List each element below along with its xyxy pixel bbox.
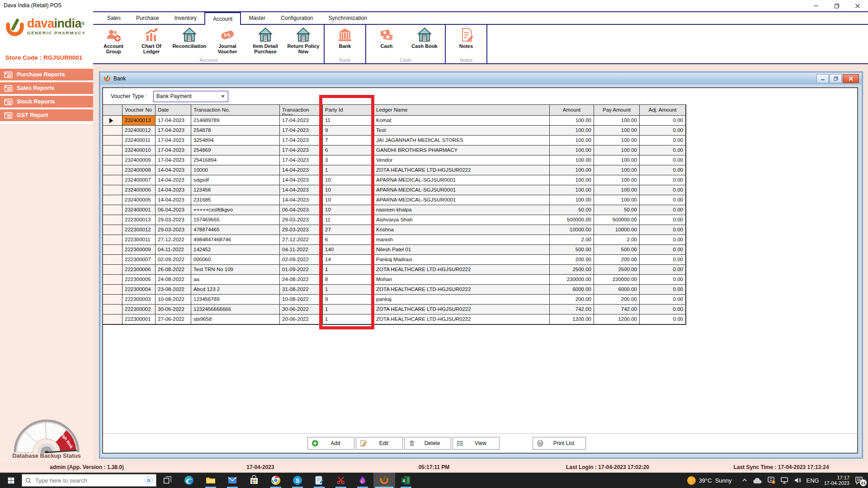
- cell-pay-amount[interactable]: 100.00: [594, 116, 640, 126]
- cell-transaction-date[interactable]: 06-04-2023: [280, 205, 323, 215]
- cell-date[interactable]: 14-04-2023: [156, 165, 191, 175]
- cell-ledger-name[interactable]: APARNA MEDICAL-SGJSUR0001: [374, 185, 550, 195]
- table-row[interactable]: 23240000614-04-202312345614-04-202310APA…: [103, 185, 686, 195]
- bank-minimize-icon[interactable]: [816, 74, 829, 83]
- table-row[interactable]: 22230000524-08-2022aa24-08-20228Mohan230…: [103, 275, 686, 285]
- cell-adj-amount[interactable]: 0.00: [640, 195, 686, 205]
- cell-pay-amount[interactable]: 100.00: [594, 165, 640, 175]
- cell-transaction-no[interactable]: 10000: [191, 165, 280, 175]
- cell-pay-amount[interactable]: 10000.00: [594, 225, 640, 235]
- cell-amount[interactable]: 742.00: [550, 305, 594, 314]
- cell-amount[interactable]: 100.00: [550, 145, 594, 155]
- cell-transaction-date[interactable]: 29-03-2023: [280, 225, 323, 235]
- table-row[interactable]: 23240001017-04-202325486917-04-20236GAND…: [103, 145, 686, 155]
- cell-voucher-no[interactable]: 222300002: [123, 305, 156, 314]
- cell-transaction-no[interactable]: 3254894: [191, 136, 280, 145]
- cell-party-id[interactable]: 1: [323, 165, 374, 175]
- cell-pay-amount[interactable]: 2500.00: [594, 265, 640, 275]
- cell-date[interactable]: 04-11-2022: [156, 245, 191, 255]
- cell-transaction-no[interactable]: 478874465: [191, 225, 280, 235]
- cell-ledger-name[interactable]: ZOTA HEALTHCARE LTD-HGJSUR0222: [374, 265, 550, 275]
- cell-party-id[interactable]: 11: [323, 215, 374, 225]
- start-button[interactable]: [0, 473, 22, 488]
- cell-date[interactable]: 10-08-2022: [156, 295, 191, 305]
- view-button[interactable]: View: [453, 437, 500, 450]
- cell-transaction-no[interactable]: sdgsdf: [191, 175, 280, 185]
- table-row[interactable]: 22230001127-12-2022498484746874627-12-20…: [103, 235, 686, 245]
- taskbar-app-snip[interactable]: [330, 473, 352, 488]
- cell-ledger-name[interactable]: JAI JAGANNATH MEDICAL STORES: [374, 136, 550, 145]
- onedrive-cloud-icon[interactable]: [753, 477, 762, 484]
- table-row[interactable]: 23240000814-04-20231000014-04-20231ZOTA …: [103, 165, 686, 175]
- cell-voucher-no[interactable]: 232400013: [123, 116, 156, 126]
- column-header-adj-amount[interactable]: Adj. Amount: [640, 105, 686, 116]
- table-row[interactable]: 23240000917-04-20232541689417-04-20233Ve…: [103, 155, 686, 165]
- cell-transaction-date[interactable]: 14-04-2023: [280, 165, 323, 175]
- minimize-icon[interactable]: [806, 0, 826, 11]
- search-input[interactable]: [34, 477, 142, 484]
- table-row[interactable]: 22230000702-09-202200006002-09-202214Pan…: [103, 255, 686, 265]
- cell-adj-amount[interactable]: 0.00: [640, 285, 686, 295]
- cell-party-id[interactable]: 9: [323, 126, 374, 136]
- taskbar-app-task-view[interactable]: [156, 473, 178, 488]
- cell-transaction-no[interactable]: 157469565: [191, 215, 280, 225]
- cell-pay-amount[interactable]: 100.00: [594, 145, 640, 155]
- cell-transaction-date[interactable]: 02-09-2022: [280, 255, 323, 265]
- row-indicator-cell[interactable]: [103, 205, 123, 215]
- cell-party-id[interactable]: 1: [323, 314, 374, 324]
- cell-pay-amount[interactable]: 230000.00: [594, 275, 640, 285]
- cell-ledger-name[interactable]: Komal;: [374, 116, 550, 126]
- sidebar-item-purchase-reports[interactable]: Purchase Reports: [0, 69, 93, 80]
- cell-ledger-name[interactable]: manish: [374, 235, 550, 245]
- cell-adj-amount[interactable]: 0.00: [640, 175, 686, 185]
- taskbar-app-skype[interactable]: S: [287, 473, 308, 488]
- row-indicator-cell[interactable]: [103, 245, 123, 255]
- cell-pay-amount[interactable]: 100.00: [594, 155, 640, 165]
- cell-adj-amount[interactable]: 0.00: [640, 225, 686, 235]
- cell-transaction-date[interactable]: 01-09-2022: [280, 265, 323, 275]
- row-indicator-cell[interactable]: [103, 275, 123, 285]
- cell-transaction-date[interactable]: 30-06-2022: [280, 305, 323, 314]
- cell-party-id[interactable]: 7: [323, 136, 374, 145]
- cell-transaction-date[interactable]: 14-04-2023: [280, 195, 323, 205]
- cell-voucher-no[interactable]: 222300007: [123, 255, 156, 265]
- column-header-transaction-no[interactable]: Transaction No.: [191, 105, 280, 116]
- cell-amount[interactable]: 10000.00: [550, 225, 594, 235]
- cell-date[interactable]: 17-04-2023: [156, 116, 191, 126]
- cell-transaction-date[interactable]: 04-11-2022: [280, 245, 323, 255]
- row-indicator-cell[interactable]: [103, 314, 123, 324]
- cell-voucher-no[interactable]: 232400011: [123, 136, 156, 145]
- cell-party-id[interactable]: 11: [323, 116, 374, 126]
- cell-transaction-no[interactable]: sbi9658: [191, 314, 280, 324]
- table-row[interactable]: 23240000106-04-2023+++++cxslfdkgvo06-04-…: [103, 205, 686, 215]
- cell-amount[interactable]: 200.00: [550, 295, 594, 305]
- table-row[interactable]: 22230000626-08-2022Test TRN No 10901-09-…: [103, 265, 686, 275]
- cell-voucher-no[interactable]: 222300003: [123, 295, 156, 305]
- taskbar-search[interactable]: b: [22, 474, 156, 487]
- cell-amount[interactable]: 50.00: [550, 205, 594, 215]
- sidebar-item-gst-report[interactable]: GST Report: [0, 109, 93, 121]
- restore-icon[interactable]: [826, 0, 847, 11]
- cell-adj-amount[interactable]: 0.00: [640, 116, 686, 126]
- cell-ledger-name[interactable]: GANDHI BROTHERS PHARMACY: [374, 145, 550, 155]
- column-header-date[interactable]: Date: [156, 105, 191, 116]
- cell-voucher-no[interactable]: 222300004: [123, 285, 156, 295]
- cell-amount[interactable]: 200.00: [550, 255, 594, 265]
- cell-voucher-no[interactable]: 222300012: [123, 225, 156, 235]
- row-indicator-cell[interactable]: [103, 215, 123, 225]
- cell-party-id[interactable]: 14: [323, 255, 374, 265]
- column-header-amount[interactable]: Amount: [550, 105, 594, 116]
- ribbon-item-return-policy-new[interactable]: Return Policy New: [286, 27, 321, 54]
- cell-ledger-name[interactable]: Krishna: [374, 225, 550, 235]
- cell-pay-amount[interactable]: 200.00: [594, 255, 640, 265]
- cell-transaction-date[interactable]: 17-04-2023: [280, 116, 323, 126]
- table-row[interactable]: 22230000310-08-202212345678910-08-20229p…: [103, 295, 686, 305]
- cell-voucher-no[interactable]: 232400009: [123, 155, 156, 165]
- column-header-pay-amount[interactable]: Pay Amount: [594, 105, 640, 116]
- cell-amount[interactable]: 100.00: [550, 195, 594, 205]
- tab-master[interactable]: Master: [241, 12, 273, 24]
- cell-amount[interactable]: 2500.00: [550, 265, 594, 275]
- tab-purchase[interactable]: Purchase: [128, 12, 167, 24]
- tab-account[interactable]: Account: [204, 12, 241, 25]
- cell-date[interactable]: 14-04-2023: [156, 185, 191, 195]
